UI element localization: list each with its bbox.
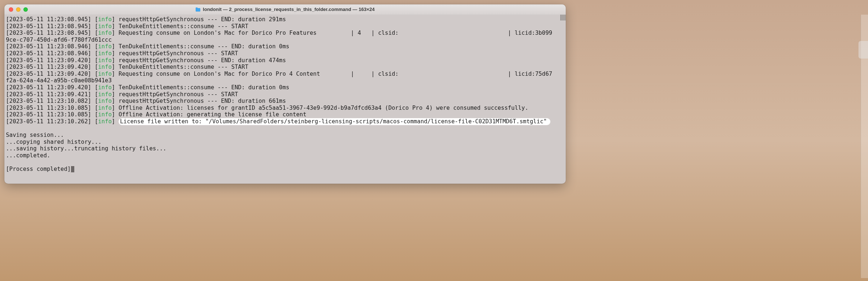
tail-line: ...copying shared history... bbox=[6, 139, 564, 146]
log-level: info bbox=[98, 91, 112, 98]
log-level: info bbox=[98, 71, 112, 77]
log-level: info bbox=[98, 23, 112, 30]
highlighted-message: License file written to: "/Volumes/Share… bbox=[119, 118, 550, 125]
log-level: info bbox=[98, 98, 112, 104]
log-level: info bbox=[98, 43, 112, 50]
log-line: [2023-05-11 11:23:08.946] [info] request… bbox=[6, 50, 564, 57]
process-completed: [Process completed] bbox=[6, 166, 564, 173]
cursor bbox=[71, 166, 74, 172]
log-level: info bbox=[98, 16, 112, 23]
log-line: [2023-05-11 11:23:10.082] [info] request… bbox=[6, 98, 564, 105]
log-level: info bbox=[98, 111, 112, 118]
log-level: info bbox=[98, 30, 112, 36]
log-line: [2023-05-11 11:23:08.945] [info] TenDuke… bbox=[6, 23, 564, 30]
log-line: [2023-05-11 11:23:09.420] [info] request… bbox=[6, 57, 564, 64]
tail-line: ...completed. bbox=[6, 152, 564, 159]
log-line: [2023-05-11 11:23:08.945] [info] Request… bbox=[6, 30, 564, 37]
log-line: [2023-05-11 11:23:09.420] [info] TenDuke… bbox=[6, 64, 564, 71]
window-controls bbox=[4, 7, 28, 12]
log-line: [2023-05-11 11:23:10.085] [info] Offline… bbox=[6, 105, 564, 112]
tail-line bbox=[6, 159, 564, 166]
log-line: 9ce-c707-450d-afd6-f780f7d61ccc bbox=[6, 37, 564, 44]
log-level: info bbox=[98, 50, 112, 57]
window-title: londonit — 2_process_license_requests_in… bbox=[4, 7, 566, 12]
zoom-button[interactable] bbox=[23, 7, 28, 12]
terminal-window: londonit — 2_process_license_requests_in… bbox=[4, 4, 566, 184]
window-title-text: londonit — 2_process_license_requests_in… bbox=[203, 7, 374, 12]
right-edge-tab bbox=[858, 41, 868, 59]
terminal-output[interactable]: [2023-05-11 11:23:08.945] [info] request… bbox=[4, 15, 566, 184]
log-level: info bbox=[98, 118, 112, 125]
log-line-highlight: [2023-05-11 11:23:10.262] [info] License… bbox=[6, 118, 564, 125]
log-line: [2023-05-11 11:23:08.945] [info] request… bbox=[6, 16, 564, 23]
log-line: [2023-05-11 11:23:09.421] [info] request… bbox=[6, 91, 564, 98]
log-line: f2a-624a-4a42-a95b-c0ae08b941e3 bbox=[6, 77, 564, 84]
tail-line: Saving session... bbox=[6, 132, 564, 139]
log-level: info bbox=[98, 57, 112, 64]
log-line: [2023-05-11 11:23:08.946] [info] TenDuke… bbox=[6, 43, 564, 50]
log-level: info bbox=[98, 105, 112, 111]
minimize-button[interactable] bbox=[16, 7, 20, 12]
log-line: [2023-05-11 11:23:10.085] [info] Offline… bbox=[6, 111, 564, 118]
log-line: [2023-05-11 11:23:09.420] [info] TenDuke… bbox=[6, 84, 564, 91]
folder-icon bbox=[195, 7, 201, 12]
tail-line bbox=[6, 125, 564, 132]
titlebar[interactable]: londonit — 2_process_license_requests_in… bbox=[4, 4, 566, 15]
tail-line: ...saving history...truncating history f… bbox=[6, 145, 564, 152]
log-line: [2023-05-11 11:23:09.420] [info] Request… bbox=[6, 71, 564, 78]
close-button[interactable] bbox=[9, 7, 13, 12]
log-level: info bbox=[98, 84, 112, 91]
log-level: info bbox=[98, 64, 112, 70]
